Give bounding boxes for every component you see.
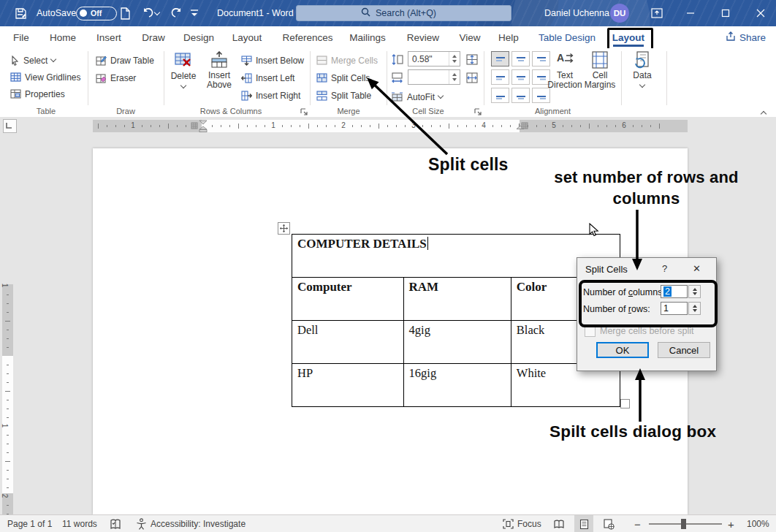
- search-input[interactable]: Search (Alt+Q): [296, 5, 511, 21]
- text-direction-icon: A: [555, 51, 574, 69]
- select-button[interactable]: Select: [10, 53, 56, 68]
- tab-home[interactable]: Home: [48, 26, 77, 48]
- tab-design[interactable]: Design: [183, 26, 215, 48]
- row-height-input[interactable]: 0.58": [408, 51, 460, 66]
- tab-file[interactable]: File: [10, 26, 32, 48]
- read-mode-button[interactable]: [549, 515, 568, 532]
- table-cell[interactable]: 4gig: [403, 321, 511, 364]
- distribute-columns-button[interactable]: [466, 70, 478, 86]
- rows-columns-dialog-launcher[interactable]: [300, 107, 308, 116]
- share-button[interactable]: Share: [726, 28, 766, 46]
- autosave-toggle[interactable]: Off: [76, 0, 117, 26]
- tab-help[interactable]: Help: [497, 26, 520, 48]
- customize-qat-icon[interactable]: [190, 0, 199, 26]
- new-document-icon[interactable]: [120, 0, 131, 26]
- table-cell[interactable]: 16gig: [403, 364, 511, 407]
- table-cell[interactable]: HP: [292, 364, 404, 407]
- tab-draw[interactable]: Draw: [140, 26, 167, 48]
- cell-size-dialog-launcher[interactable]: [473, 107, 482, 116]
- proofing-icon[interactable]: [110, 515, 121, 532]
- insert-right-button[interactable]: Insert Right: [241, 88, 300, 103]
- text-direction-button[interactable]: A Text Direction: [549, 51, 580, 90]
- page-indicator[interactable]: Page 1 of 1: [7, 515, 52, 532]
- insert-above-button[interactable]: Insert Above: [202, 51, 236, 90]
- cancel-button[interactable]: Cancel: [658, 342, 710, 358]
- svg-text:A: A: [557, 52, 564, 64]
- dialog-help-icon[interactable]: ?: [662, 263, 667, 274]
- insert-left-button[interactable]: Insert Left: [241, 70, 294, 86]
- column-width-input[interactable]: [408, 69, 460, 85]
- tab-references[interactable]: References: [284, 26, 332, 48]
- close-button[interactable]: [750, 0, 772, 26]
- width-spinner[interactable]: [449, 70, 460, 84]
- group-label-merge: Merge: [311, 107, 386, 117]
- avatar[interactable]: DU: [610, 4, 629, 23]
- height-spinner[interactable]: [449, 52, 460, 66]
- undo-button[interactable]: [142, 0, 159, 26]
- print-layout-button[interactable]: [574, 515, 593, 532]
- zoom-slider-thumb[interactable]: [681, 519, 686, 529]
- table-title-cell[interactable]: COMPUTER DETAILS: [292, 235, 620, 278]
- table-cell[interactable]: Dell: [292, 321, 404, 364]
- search-placeholder: Search (Alt+Q): [376, 8, 436, 18]
- autofit-button[interactable]: AutoFit: [391, 89, 443, 104]
- zoom-level[interactable]: 100%: [747, 515, 769, 532]
- ribbon-display-options-icon[interactable]: [646, 0, 668, 26]
- tab-table-design[interactable]: Table Design: [538, 26, 596, 48]
- annotation-set-rows-cols: set number of rows and columns: [542, 167, 750, 209]
- dialog-close-icon[interactable]: ✕: [693, 263, 701, 274]
- delete-button[interactable]: Delete: [167, 51, 199, 88]
- tab-review[interactable]: Review: [406, 26, 440, 48]
- table-column-marker-right[interactable]: [521, 122, 528, 129]
- zoom-out-button[interactable]: −: [634, 515, 641, 532]
- eraser-button[interactable]: Eraser: [96, 70, 136, 86]
- align-center-button[interactable]: [511, 69, 530, 85]
- split-cells-button[interactable]: Split Cells: [316, 70, 370, 86]
- align-top-center-button[interactable]: [511, 51, 530, 66]
- align-bottom-right-button[interactable]: [532, 88, 550, 103]
- table-header-cell[interactable]: RAM: [403, 278, 511, 321]
- distribute-rows-button[interactable]: [466, 52, 478, 67]
- properties-button[interactable]: Properties: [10, 86, 65, 102]
- align-top-left-button[interactable]: [491, 51, 509, 66]
- status-bar: Page 1 of 1 11 words Accessibility: Inve…: [0, 514, 776, 532]
- computer-details-table[interactable]: COMPUTER DETAILS Computer RAM Color Dell…: [292, 234, 620, 407]
- user-name[interactable]: Daniel Uchenna: [544, 0, 609, 26]
- word-count[interactable]: 11 words: [62, 515, 97, 532]
- split-cells-dialog[interactable]: Split Cells ? ✕ Number of columns: 2 Num…: [577, 257, 717, 371]
- redo-button[interactable]: [170, 0, 183, 26]
- collapse-ribbon-icon[interactable]: [761, 111, 767, 117]
- tab-layout[interactable]: Layout: [231, 26, 263, 48]
- minimize-button[interactable]: [680, 0, 701, 26]
- save-icon[interactable]: [15, 0, 27, 26]
- align-center-left-button[interactable]: [491, 69, 509, 85]
- split-cells-icon: [316, 73, 327, 83]
- view-gridlines-button[interactable]: View Gridlines: [10, 69, 80, 85]
- insert-right-icon: [241, 91, 252, 101]
- table-resize-handle[interactable]: [620, 399, 630, 408]
- accessibility-status[interactable]: Accessibility: Investigate: [136, 515, 246, 532]
- align-bottom-left-button[interactable]: [491, 88, 509, 103]
- maximize-button[interactable]: [715, 0, 737, 26]
- table-header-cell[interactable]: Computer: [292, 278, 404, 321]
- zoom-in-button[interactable]: +: [728, 515, 734, 532]
- focus-button[interactable]: Focus: [503, 515, 541, 532]
- share-label: Share: [739, 32, 766, 43]
- tab-stop-selector[interactable]: [3, 119, 17, 133]
- merge-cells-button: Merge Cells: [316, 53, 378, 68]
- indent-markers[interactable]: [198, 120, 208, 132]
- align-top-right-button[interactable]: [532, 51, 550, 66]
- insert-below-button[interactable]: Insert Below: [241, 53, 304, 68]
- split-table-button[interactable]: Split Table: [316, 88, 371, 103]
- table-move-handle[interactable]: [278, 222, 290, 235]
- web-layout-button[interactable]: [599, 515, 618, 532]
- data-button[interactable]: Data: [625, 51, 659, 87]
- ok-button[interactable]: OK: [596, 342, 649, 358]
- tab-insert[interactable]: Insert: [95, 26, 123, 48]
- cell-margins-button[interactable]: Cell Margins: [582, 51, 617, 90]
- table-column-marker-left[interactable]: [191, 122, 198, 129]
- align-bottom-center-button[interactable]: [511, 88, 530, 103]
- tab-mailings[interactable]: Mailings: [348, 26, 387, 48]
- tab-view[interactable]: View: [457, 26, 482, 48]
- draw-table-button[interactable]: Draw Table: [96, 53, 154, 68]
